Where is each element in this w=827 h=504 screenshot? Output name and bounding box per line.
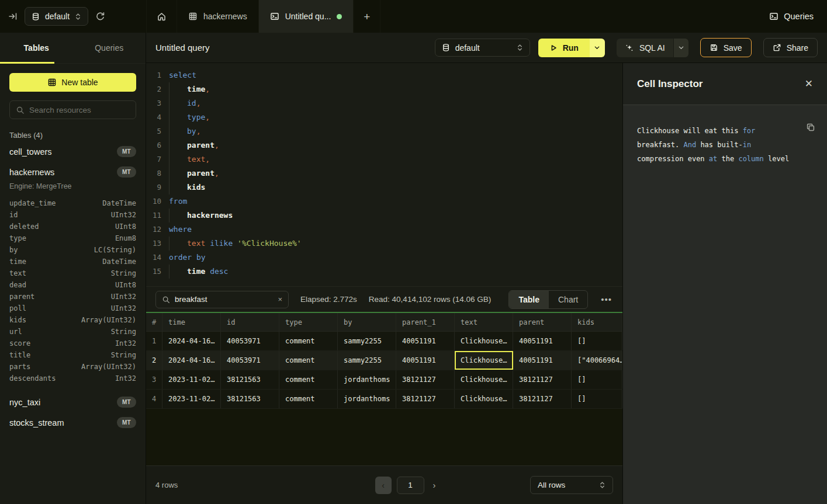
table-cell[interactable]: 38121127: [513, 370, 572, 389]
table-cell[interactable]: 2023-11-02…: [162, 370, 221, 389]
sql-ai-button[interactable]: SQL AI: [617, 39, 673, 57]
code-line[interactable]: 7text,: [146, 152, 622, 166]
table-cell[interactable]: comment: [279, 351, 338, 370]
column-header[interactable]: #: [146, 313, 162, 331]
table-cell[interactable]: 2024-04-16…: [162, 351, 221, 370]
selected-cell[interactable]: Clickhouse…: [455, 351, 513, 370]
table-cell[interactable]: 40051191: [396, 351, 455, 370]
table-cell[interactable]: 40051191: [396, 332, 455, 350]
table-cell[interactable]: []: [572, 390, 622, 408]
column-header[interactable]: by: [338, 313, 396, 331]
table-cell[interactable]: 2: [146, 351, 162, 370]
tab-hackernews[interactable]: hackernews: [177, 0, 259, 33]
table-cell[interactable]: 1: [146, 332, 162, 350]
code-line[interactable]: 14order by: [146, 251, 622, 265]
table-cell[interactable]: 38121563: [221, 390, 279, 408]
run-button[interactable]: Run: [538, 39, 590, 57]
refresh-icon[interactable]: [95, 12, 105, 22]
table-cell[interactable]: comment: [279, 390, 338, 408]
code-line[interactable]: 10from: [146, 194, 622, 208]
table-row[interactable]: 32023-11-02…38121563commentjordanthoms38…: [146, 370, 622, 390]
code-line[interactable]: 3id,: [146, 96, 622, 110]
sidebar-search[interactable]: [9, 100, 136, 119]
table-cell[interactable]: 38121563: [221, 370, 279, 389]
code-line[interactable]: 12where: [146, 223, 622, 237]
column-header[interactable]: parent: [513, 313, 572, 331]
tab-untitled-query[interactable]: Untitled qu...: [259, 0, 354, 33]
copy-icon[interactable]: [806, 123, 815, 132]
view-tab-chart[interactable]: Chart: [549, 291, 587, 308]
table-row[interactable]: 42023-11-02…38121563commentjordanthoms38…: [146, 390, 622, 409]
column-header[interactable]: id: [221, 313, 279, 331]
code-line[interactable]: 5by,: [146, 124, 622, 138]
table-row[interactable]: 12024-04-16…40053971commentsammy22554005…: [146, 332, 622, 351]
code-line[interactable]: 11hackernews: [146, 208, 622, 223]
search-input[interactable]: [29, 106, 133, 114]
table-cell[interactable]: comment: [279, 370, 338, 389]
tab-home[interactable]: [146, 0, 177, 33]
queries-button[interactable]: Queries: [756, 0, 827, 33]
code-line[interactable]: 8parent,: [146, 166, 622, 180]
table-cell[interactable]: 3: [146, 370, 162, 389]
table-cell[interactable]: 38121127: [513, 390, 572, 408]
table-cell[interactable]: comment: [279, 332, 338, 350]
more-icon[interactable]: •••: [600, 294, 613, 304]
table-cell[interactable]: jordanthoms: [338, 390, 396, 408]
query-database-selector[interactable]: default: [435, 39, 530, 57]
table-cell[interactable]: jordanthoms: [338, 370, 396, 389]
column-header[interactable]: text: [455, 313, 513, 331]
code-line[interactable]: 15time desc: [146, 265, 622, 279]
code-line[interactable]: 13text ilike '%ClickHouse%': [146, 237, 622, 251]
new-tab-button[interactable]: +: [354, 0, 380, 33]
share-button[interactable]: Share: [763, 38, 818, 57]
table-cell[interactable]: 40051191: [513, 332, 572, 350]
new-table-button[interactable]: New table: [9, 73, 136, 92]
column-header[interactable]: type: [279, 313, 338, 331]
database-selector[interactable]: default: [25, 7, 88, 26]
table-cell[interactable]: 40053971: [221, 351, 279, 370]
page-number-input[interactable]: [397, 477, 424, 494]
column-header[interactable]: time: [162, 313, 221, 331]
collapse-sidebar-icon[interactable]: [8, 12, 18, 21]
column-header[interactable]: parent_1: [396, 313, 455, 331]
table-cell[interactable]: 2023-11-02…: [162, 390, 221, 408]
table-cell[interactable]: 40051191: [513, 351, 572, 370]
code-line[interactable]: 6parent,: [146, 138, 622, 152]
table-cell[interactable]: []: [572, 332, 622, 350]
sidebar-item-stocks-stream[interactable]: stocks_stream MT: [0, 412, 146, 432]
table-cell[interactable]: 40053971: [221, 332, 279, 350]
table-cell[interactable]: sammy2255: [338, 351, 396, 370]
code-line[interactable]: 2time,: [146, 82, 622, 96]
results-search[interactable]: ×: [155, 291, 289, 308]
table-cell[interactable]: Clickhouse…: [455, 390, 513, 408]
results-search-input[interactable]: [175, 295, 273, 304]
close-icon[interactable]: ✕: [805, 78, 813, 90]
table-cell[interactable]: 2024-04-16…: [162, 332, 221, 350]
table-row[interactable]: 22024-04-16…40053971commentsammy22554005…: [146, 351, 622, 370]
sidebar-item-cell-towers[interactable]: cell_towers MT: [0, 141, 146, 161]
next-page-button[interactable]: ›: [430, 480, 440, 490]
table-cell[interactable]: Clickhouse…: [455, 370, 513, 389]
sql-editor[interactable]: 1select2time,3id,4type,5by,6parent,7text…: [146, 63, 622, 286]
run-options-button[interactable]: [590, 39, 605, 57]
table-cell[interactable]: 38121127: [396, 390, 455, 408]
table-cell[interactable]: sammy2255: [338, 332, 396, 350]
table-cell[interactable]: Clickhouse…: [455, 332, 513, 350]
table-cell[interactable]: 38121127: [396, 370, 455, 389]
code-line[interactable]: 1select: [146, 68, 622, 82]
table-cell[interactable]: []: [572, 370, 622, 389]
clear-icon[interactable]: ×: [278, 295, 282, 304]
sidebar-tab-tables[interactable]: Tables: [0, 33, 73, 63]
save-button[interactable]: Save: [700, 38, 752, 57]
prev-page-button[interactable]: ‹: [375, 477, 392, 494]
view-tab-table[interactable]: Table: [509, 291, 549, 308]
sql-ai-options-button[interactable]: [673, 39, 688, 57]
page-size-selector[interactable]: All rows: [530, 476, 613, 494]
table-cell[interactable]: ["40066964…: [572, 351, 622, 370]
column-header[interactable]: kids: [572, 313, 622, 331]
sidebar-item-hackernews[interactable]: hackernews MT: [0, 161, 146, 182]
sidebar-item-nyc-taxi[interactable]: nyc_taxi MT: [0, 391, 146, 412]
sidebar-tab-queries[interactable]: Queries: [73, 33, 146, 63]
code-line[interactable]: 9kids: [146, 180, 622, 194]
table-cell[interactable]: 4: [146, 390, 162, 408]
